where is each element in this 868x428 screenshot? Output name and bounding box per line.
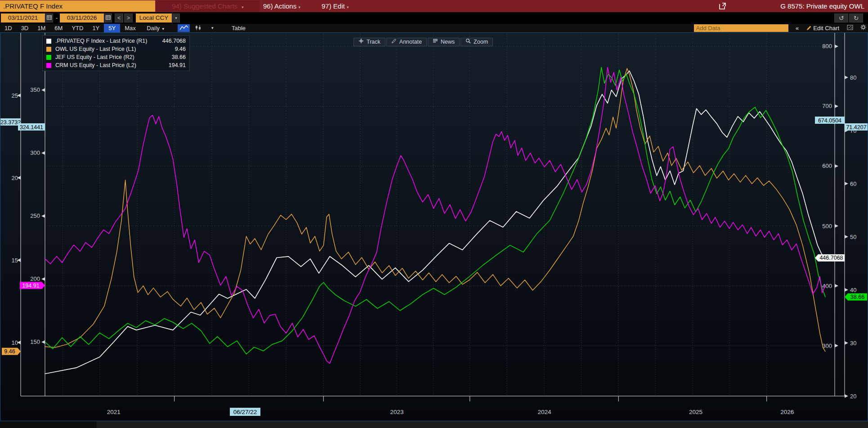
collapse-button[interactable]: « [796,24,799,32]
chart-doc-title: G 8575: Private equity OWL [780,0,864,12]
end-date-input[interactable]: 03/11/2026 [60,14,104,23]
candlestick-type-button[interactable] [193,24,203,32]
date-dash: - [56,14,58,23]
svg-text:250: 250 [30,212,40,219]
legend-row[interactable]: CRM US Equity - Last Price (L2)194.91 [43,61,189,69]
bottom-strip-left [0,421,97,428]
zoom-icon [465,38,474,46]
svg-text:40: 40 [850,287,856,293]
redo-button[interactable]: ↻ [849,14,863,23]
start-calendar-icon[interactable] [45,14,53,23]
period-tab-1m[interactable]: 1M [33,24,50,32]
currency-select[interactable]: Local CCY [136,14,172,23]
actions-menu[interactable]: 96) Actions ▾ [263,0,300,12]
suggested-charts-menu[interactable]: 94) Suggested Charts ▾ [156,0,260,12]
tool-label: Annotate [399,38,422,46]
legend-name: OWL US Equity - Last Price (L1) [55,46,136,52]
pencil-icon [806,25,812,31]
chart-settings-icon[interactable] [847,24,853,32]
last-tag-owl: 9.46 [2,348,21,355]
last-tag-crm: 194.91 [20,282,45,289]
add-data-input[interactable]: Add Data [694,24,788,32]
svg-text:2023: 2023 [390,409,403,415]
legend-swatch [46,63,51,68]
legend-row[interactable]: OWL US Equity - Last Price (L1)9.46 [43,45,189,53]
legend-value: 38.66 [172,54,186,60]
table-button[interactable]: Table [227,24,250,32]
date-range-bar: 03/11/2021 - 03/11/2026 < > Local CCY ▾ … [0,12,868,24]
track-icon [358,38,367,46]
bloomberg-chart-window: 2520151035030025020015080070060050040030… [0,0,868,428]
period-tab-max[interactable]: Max [120,24,140,32]
svg-text:324.1441: 324.1441 [20,124,43,131]
annotate-icon [391,38,399,46]
chevron-down-icon: ▼ [161,27,165,31]
svg-text:674.0504: 674.0504 [818,117,841,124]
frequency-label: Daily [147,25,160,32]
chevron-down-icon: ▾ [347,5,349,9]
frequency-dropdown[interactable]: Daily ▼ [142,24,169,32]
track-button[interactable]: Track [353,38,385,46]
chart-legend: .PRIVATEQ F Index - Last Price (R1)446.7… [42,35,190,71]
svg-text:2021: 2021 [107,409,121,415]
end-calendar-icon[interactable] [104,14,112,23]
chevron-down-icon: ▾ [242,5,244,9]
svg-text:38.66: 38.66 [850,294,864,300]
svg-text:50: 50 [850,234,856,240]
svg-text:15: 15 [12,257,18,264]
news-button[interactable]: News [428,38,460,46]
chart-toolbar: 1D3D1M6MYTD1Y5YMax Daily ▼ ▾ Table Add D… [0,24,868,33]
chart-tools-bar: TrackAnnotateNewsZoom [353,38,494,46]
gear-icon[interactable] [860,24,866,32]
svg-text:10: 10 [12,339,18,346]
line-chart-type-button[interactable] [178,24,190,32]
edit-menu[interactable]: 97) Edit ▾ [322,0,349,12]
period-tab-3d[interactable]: 3D [17,24,33,32]
svg-text:500: 500 [822,223,832,230]
start-date-input[interactable]: 03/11/2021 [1,14,45,23]
prev-range-button[interactable]: < [115,14,123,23]
svg-text:150: 150 [30,338,40,345]
svg-text:300: 300 [822,342,832,349]
period-tab-1y[interactable]: 1Y [88,24,104,32]
zoom-button[interactable]: Zoom [461,38,493,46]
chart-style-caret[interactable]: ▾ [207,24,218,32]
tool-label: Track [367,38,380,46]
next-range-button[interactable]: > [124,14,133,23]
svg-text:200: 200 [30,275,40,282]
currency-caret-icon[interactable]: ▾ [172,14,180,23]
svg-text:2025: 2025 [689,409,702,415]
legend-row[interactable]: JEF US Equity - Last Price (R2)38.66 [43,53,189,61]
svg-text:20: 20 [12,175,18,181]
svg-text:300: 300 [30,149,40,156]
legend-value: 446.7068 [162,38,186,44]
track-tag-l2: 324.1441 [18,123,45,131]
ticker-input[interactable]: .PRIVATEQ F Index [0,0,155,12]
last-tag-privateq: 446.7068 [815,254,845,261]
track-tag-r2: 71.4207 [845,123,868,131]
actions-label: 96) Actions [263,2,296,10]
legend-row[interactable]: .PRIVATEQ F Index - Last Price (R1)446.7… [43,37,189,45]
legend-name: JEF US Equity - Last Price (R2) [55,54,134,60]
period-tab-6m[interactable]: 6M [50,24,67,32]
legend-name: .PRIVATEQ F Index - Last Price (R1) [55,38,147,44]
svg-text:06/27/22: 06/27/22 [233,409,257,415]
tool-label: News [441,38,455,46]
edit-chart-button[interactable]: Edit Chart [806,24,839,32]
suggested-charts-label: 94) Suggested Charts [172,2,237,10]
svg-text:23.3732: 23.3732 [0,119,21,126]
legend-swatch [46,39,51,44]
undo-button[interactable]: ↺ [834,14,848,23]
svg-text:25: 25 [12,92,18,99]
toolbar-right: Add Data « Edit Chart [694,24,866,32]
annotate-button[interactable]: Annotate [386,38,427,46]
svg-text:9.46: 9.46 [4,348,15,355]
tool-label: Zoom [474,38,488,46]
period-tab-1d[interactable]: 1D [0,24,17,32]
period-tab-ytd[interactable]: YTD [67,24,88,32]
svg-text:20: 20 [850,393,856,400]
export-icon[interactable] [719,2,726,12]
period-tab-5y[interactable]: 5Y [104,24,120,32]
svg-text:60: 60 [850,180,856,187]
period-tabs: 1D3D1M6MYTD1Y5YMax [0,24,140,32]
